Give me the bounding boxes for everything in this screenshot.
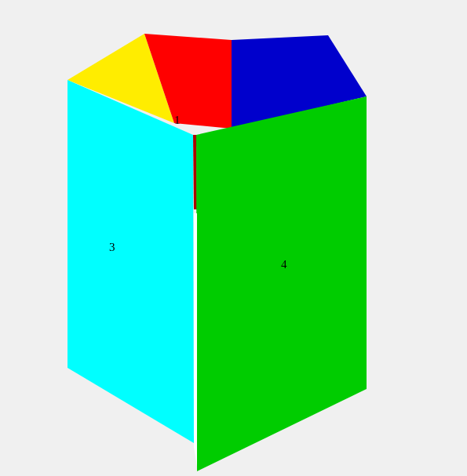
hexagonal-prism-diagram: 1 3 4 [0, 0, 467, 476]
center-seam-white [194, 213, 197, 467]
face-label-1: 1 [174, 114, 181, 126]
face-label-3: 3 [109, 241, 115, 253]
face-label-4: 4 [281, 258, 287, 271]
